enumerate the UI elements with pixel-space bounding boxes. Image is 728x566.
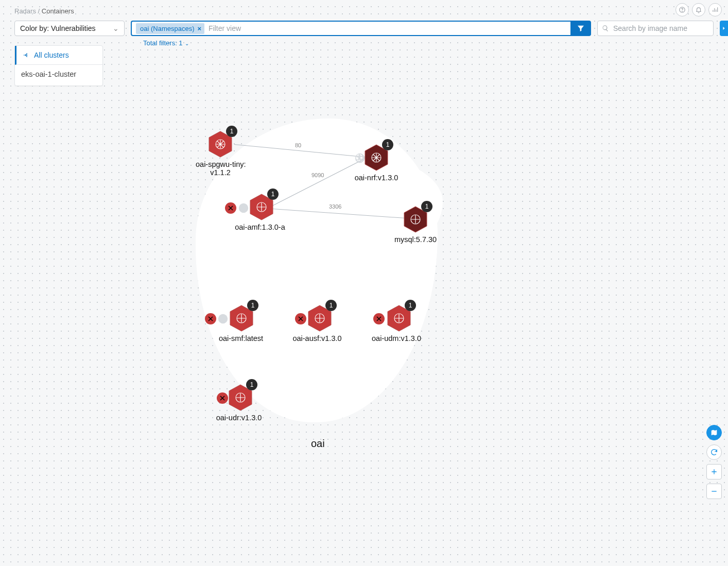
minus-icon xyxy=(710,487,718,495)
node-udr[interactable]: 1 oai-udr:v1.3.0 xyxy=(213,384,265,422)
bell-icon[interactable] xyxy=(692,3,705,16)
search-image-input[interactable]: Search by image name xyxy=(597,21,714,36)
breadcrumb: Radars / Containers xyxy=(14,7,74,15)
node-count: 1 xyxy=(421,201,432,212)
filter-input[interactable]: oai (Namespaces) × Filter view xyxy=(131,21,570,36)
alert-icon xyxy=(205,313,216,324)
node-label: mysql:5.7.30 xyxy=(392,236,439,244)
center-map-button[interactable] xyxy=(706,425,722,440)
zoom-in-button[interactable] xyxy=(706,464,722,479)
edge-label-spgwu-nrf: 80 xyxy=(295,142,301,148)
node-nrf[interactable]: 1 oai-nrf:v1.3.0 xyxy=(353,144,400,182)
node-label: oai-udr:v1.3.0 xyxy=(213,414,265,422)
node-ausf[interactable]: 1 oai-ausf:v1.3.0 xyxy=(289,305,345,343)
node-smf[interactable]: 1 oai-smf:latest xyxy=(215,305,267,343)
node-spgwu[interactable]: 1 oai-spgwu-tiny: v1.1.2 xyxy=(196,131,245,177)
node-count: 1 xyxy=(246,379,257,390)
namespace-label: oai xyxy=(311,438,325,450)
edge-label-amf-nrf: 9090 xyxy=(311,172,324,178)
cluster-name[interactable]: eks-oai-1-cluster xyxy=(15,65,102,85)
filter-chip-label: oai (Namespaces) xyxy=(140,25,195,32)
filter-placeholder: Filter view xyxy=(209,24,241,32)
help-icon[interactable] xyxy=(675,3,689,16)
zoom-out-button[interactable] xyxy=(706,484,722,499)
svg-point-1 xyxy=(682,11,683,12)
node-label: oai-spgwu-tiny: v1.1.2 xyxy=(196,161,245,177)
all-clusters-link[interactable]: All clusters xyxy=(15,46,102,65)
chevron-down-icon: ⌄ xyxy=(185,41,189,46)
node-count: 1 xyxy=(247,300,258,311)
search-placeholder: Search by image name xyxy=(613,24,687,32)
refresh-button[interactable] xyxy=(706,444,722,460)
node-count: 1 xyxy=(226,126,237,137)
map-icon xyxy=(710,428,718,437)
total-filters-toggle[interactable]: Total filters: 1⌄ xyxy=(143,39,189,47)
panel-expand-button[interactable] xyxy=(720,21,728,36)
node-count: 1 xyxy=(267,188,279,200)
total-filters-label: Total filters: 1 xyxy=(143,39,183,47)
close-icon[interactable]: × xyxy=(198,25,202,32)
node-count: 1 xyxy=(405,300,416,311)
breadcrumb-current: Containers xyxy=(42,7,74,15)
plus-icon xyxy=(710,468,718,476)
topology-stage[interactable]: 80 9090 3306 1 oai-spgwu-tiny: v1.1.2 1 … xyxy=(0,0,728,566)
node-udm[interactable]: 1 oai-udm:v1.3.0 xyxy=(369,305,424,343)
chevron-down-icon: ⌄ xyxy=(113,24,119,32)
edge-label-amf-mysql: 3306 xyxy=(329,203,341,210)
breadcrumb-root[interactable]: Radars xyxy=(14,7,36,15)
node-label: oai-smf:latest xyxy=(215,335,267,343)
node-amf[interactable]: 1 oai-amf:1.3.0-a xyxy=(234,194,286,232)
stats-icon[interactable] xyxy=(708,3,722,16)
colorby-select[interactable]: Color by: Vulnerabilities ⌄ xyxy=(14,21,125,36)
node-label: oai-amf:1.3.0-a xyxy=(234,224,286,232)
node-count: 1 xyxy=(382,139,393,150)
node-count: 1 xyxy=(325,300,337,311)
funnel-icon xyxy=(577,24,585,32)
filter-apply-button[interactable] xyxy=(570,21,591,36)
search-icon xyxy=(602,25,609,32)
cluster-picker-card: All clusters eks-oai-1-cluster xyxy=(14,45,103,86)
colorby-label: Color by: Vulnerabilities xyxy=(20,24,96,32)
node-mysql[interactable]: 1 mysql:5.7.30 xyxy=(392,206,439,244)
node-label: oai-nrf:v1.3.0 xyxy=(353,174,400,182)
arrow-left-icon xyxy=(23,52,30,59)
filter-chip-oai[interactable]: oai (Namespaces) × xyxy=(136,23,204,34)
chevron-right-icon xyxy=(721,26,726,31)
node-label: oai-udm:v1.3.0 xyxy=(369,335,424,343)
node-label: oai-ausf:v1.3.0 xyxy=(289,335,345,343)
refresh-icon xyxy=(710,448,718,456)
filter-view-box: oai (Namespaces) × Filter view xyxy=(131,21,591,36)
all-clusters-label: All clusters xyxy=(34,51,69,59)
